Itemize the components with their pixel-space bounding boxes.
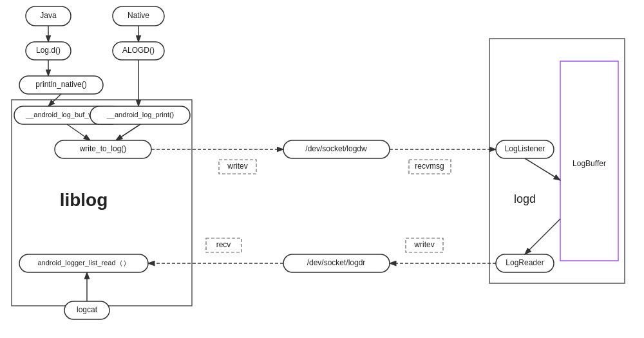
- dev-socket-logdw-label: /dev/socket/logdw: [305, 144, 367, 153]
- dev-socket-logdr-label: /dev/socket/logdr: [307, 258, 366, 267]
- logcat-label: logcat: [77, 305, 98, 314]
- write-to-log-label: write_to_log(): [79, 144, 127, 153]
- android-log-print-label: __android_log_print(): [106, 111, 175, 118]
- arrow-bufwrite-writetolog: [67, 124, 90, 140]
- loglistener-label: LogListener: [505, 144, 545, 153]
- println-native-label: println_native(): [35, 80, 86, 89]
- arrow-logbuffer-logreader: [525, 219, 560, 254]
- java-label: Java: [40, 11, 57, 20]
- arrow-loglistener-logbuffer: [525, 158, 560, 180]
- liblog-label: liblog: [60, 190, 108, 210]
- android-logger-list-read-label: android_logger_list_read（）: [37, 259, 129, 267]
- arrow-logprint-writetolog: [116, 124, 140, 140]
- writev-top-label: writev: [227, 162, 247, 171]
- native-label: Native: [128, 11, 149, 20]
- recv-label: recv: [216, 240, 231, 249]
- recvmsg-label: recvmsg: [415, 162, 444, 171]
- logreader-label: LogReader: [506, 258, 544, 267]
- logd-area-label: logd: [514, 192, 536, 205]
- writev-bottom-label: writev: [413, 240, 434, 249]
- diagram: Java Native Log.d() ALOGD() println_nati…: [0, 0, 644, 338]
- logbuffer-label: LogBuffer: [573, 159, 606, 168]
- logd-label-node: Log.d(): [36, 46, 61, 55]
- alogd-label: ALOGD(): [122, 46, 155, 55]
